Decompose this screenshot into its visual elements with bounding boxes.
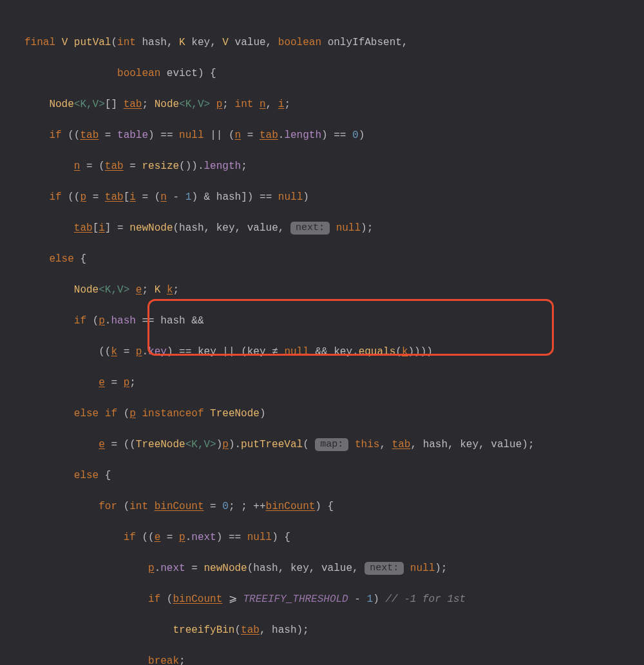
code-line: if (binCount ⩾ TREEIFY_THRESHOLD - 1) //… <box>0 592 644 607</box>
code-line: Node<K,V>[] tab; Node<K,V> p; int n, i; <box>0 97 644 112</box>
code-line: e = ((TreeNode<K,V>)p).putTreeVal( map: … <box>0 437 644 452</box>
param-hint: next: <box>290 222 330 235</box>
param-hint: map: <box>315 438 348 451</box>
code-line: if (p.hash == hash && <box>0 313 644 329</box>
code-line: ((k = p.key) == key || (key ≠ null && ke… <box>0 344 644 360</box>
param-hint: next: <box>365 562 404 575</box>
code-line: boolean evict) { <box>0 66 644 81</box>
code-line: Node<K,V> e; K k; <box>0 282 644 298</box>
code-line: if ((p = tab[i = (n - 1) & hash]) == nul… <box>0 189 644 205</box>
code-line: p.next = newNode(hash, key, value, next:… <box>0 561 644 576</box>
code-line: e = p; <box>0 375 644 390</box>
code-line: if ((e = p.next) == null) { <box>0 530 644 545</box>
code-line: tab[i] = newNode(hash, key, value, next:… <box>0 220 644 236</box>
code-editor-viewport[interactable]: final V putVal(int hash, K key, V value,… <box>0 0 644 665</box>
code-line: else { <box>0 251 644 267</box>
code-line: else if (p instanceof TreeNode) <box>0 406 644 421</box>
code-line: n = (tab = resize()).length; <box>0 159 644 174</box>
code-line: for (int binCount = 0; ; ++binCount) { <box>0 499 644 514</box>
code-line: if ((tab = table) == null || (n = tab.le… <box>0 128 644 143</box>
code-line: else { <box>0 468 644 483</box>
code-line: final V putVal(int hash, K key, V value,… <box>0 35 644 50</box>
code-line: treeifyBin(tab, hash); <box>0 622 644 638</box>
code-line: break; <box>0 653 644 665</box>
